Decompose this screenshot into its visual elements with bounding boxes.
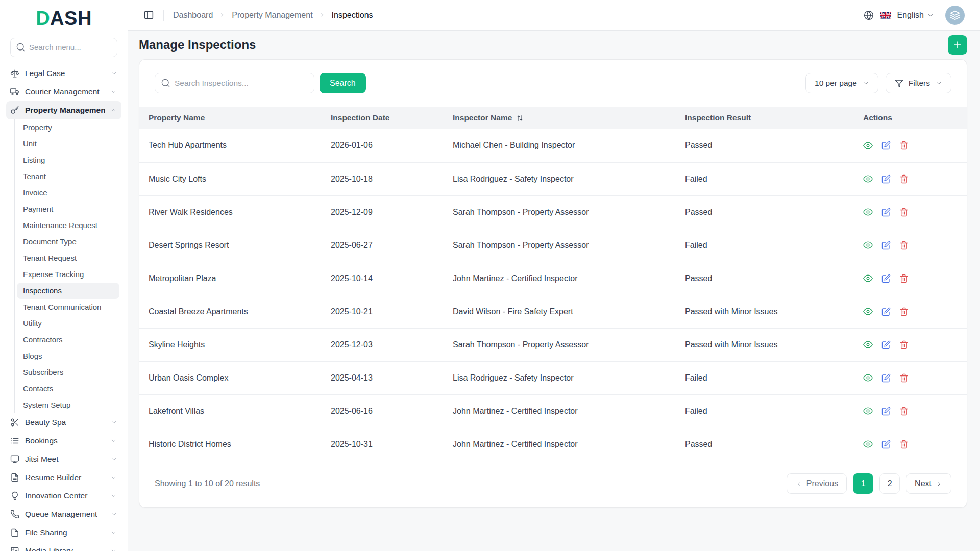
chevron-left-icon xyxy=(795,480,802,487)
edit-button[interactable] xyxy=(881,208,891,217)
delete-button[interactable] xyxy=(899,174,909,184)
next-label: Next xyxy=(915,479,932,488)
sidebar-toggle-icon[interactable] xyxy=(143,10,154,20)
sidebar-subitem-blogs[interactable]: Blogs xyxy=(17,348,119,364)
per-page-select[interactable]: 10 per page xyxy=(805,73,878,93)
sidebar-item-property-management[interactable]: Property Management xyxy=(6,101,121,119)
edit-button[interactable] xyxy=(881,307,891,316)
sidebar-subitem-expense-tracking[interactable]: Expense Tracking xyxy=(17,266,119,283)
next-page-button[interactable]: Next xyxy=(906,473,951,494)
delete-button[interactable] xyxy=(899,373,909,383)
column-header-inspector-name[interactable]: Inspector Name xyxy=(444,107,676,129)
column-header-inspection-result: Inspection Result xyxy=(676,107,854,129)
sidebar-item-media-library[interactable]: Media Library xyxy=(6,542,121,551)
delete-button[interactable] xyxy=(899,307,909,316)
eye-icon xyxy=(863,240,873,250)
view-button[interactable] xyxy=(863,174,873,184)
delete-button[interactable] xyxy=(899,340,909,349)
sidebar-subitem-property[interactable]: Property xyxy=(17,119,119,136)
sidebar-subitem-document-type[interactable]: Document Type xyxy=(17,234,119,250)
view-button[interactable] xyxy=(863,240,873,250)
sidebar-item-queue-management[interactable]: Queue Management xyxy=(6,505,121,523)
page-button-1[interactable]: 1 xyxy=(853,473,873,494)
trash-icon xyxy=(899,407,909,416)
view-button[interactable] xyxy=(863,273,873,283)
column-label: Property Name xyxy=(149,113,205,122)
edit-button[interactable] xyxy=(881,407,891,416)
edit-button[interactable] xyxy=(881,174,891,184)
sidebar-item-label: Queue Management xyxy=(25,510,105,519)
search-button[interactable]: Search xyxy=(320,73,366,93)
page-button-2[interactable]: 2 xyxy=(879,473,900,494)
sidebar-item-jitsi-meet[interactable]: Jitsi Meet xyxy=(6,450,121,468)
chevron-down-icon xyxy=(110,492,117,499)
sidebar-subitem-tenant-communication[interactable]: Tenant Communication xyxy=(17,299,119,315)
eye-icon xyxy=(863,307,873,316)
sidebar-subitem-tenant-request[interactable]: Tenant Request xyxy=(17,250,119,266)
sidebar-subitem-system-setup[interactable]: System Setup xyxy=(17,397,119,413)
sidebar-item-innovation-center[interactable]: Innovation Center xyxy=(6,487,121,505)
view-button[interactable] xyxy=(863,141,873,151)
breadcrumb-dashboard[interactable]: Dashboard xyxy=(173,11,213,20)
edit-button[interactable] xyxy=(881,241,891,250)
topbar-right: English xyxy=(864,6,965,25)
sidebar-search-input[interactable] xyxy=(10,38,117,57)
view-button[interactable] xyxy=(863,307,873,316)
language-selector[interactable]: English xyxy=(897,11,934,20)
view-button[interactable] xyxy=(863,439,873,449)
delete-button[interactable] xyxy=(899,141,909,150)
sidebar-subitem-subscribers[interactable]: Subscribers xyxy=(17,364,119,381)
sidebar-subitem-utility[interactable]: Utility xyxy=(17,315,119,332)
sidebar-subitem-unit[interactable]: Unit xyxy=(17,136,119,152)
chevron-down-icon xyxy=(110,419,117,426)
sidebar-item-file-sharing[interactable]: File Sharing xyxy=(6,523,121,542)
sidebar-item-legal-case[interactable]: Legal Case xyxy=(6,64,121,83)
edit-button[interactable] xyxy=(881,141,891,150)
globe-icon[interactable] xyxy=(864,10,874,20)
delete-button[interactable] xyxy=(899,407,909,416)
sidebar-item-courier-management[interactable]: Courier Management xyxy=(6,83,121,101)
sort-icon[interactable] xyxy=(516,114,524,122)
sidebar-subitem-payment[interactable]: Payment xyxy=(17,201,119,217)
sidebar-item-bookings[interactable]: Bookings xyxy=(6,432,121,450)
sidebar-subitem-inspections[interactable]: Inspections xyxy=(17,283,119,299)
inspection-date-cell: 2025-12-09 xyxy=(322,195,444,229)
previous-page-button[interactable]: Previous xyxy=(787,473,847,494)
sidebar-subitem-maintenance-request[interactable]: Maintenance Request xyxy=(17,217,119,234)
table-row: Metropolitan Plaza2025-10-14John Martine… xyxy=(139,262,967,295)
chevron-down-icon xyxy=(110,547,117,551)
sidebar-subitem-listing[interactable]: Listing xyxy=(17,152,119,168)
view-button[interactable] xyxy=(863,340,873,349)
edit-button[interactable] xyxy=(881,440,891,449)
sidebar-subitem-invoice[interactable]: Invoice xyxy=(17,185,119,201)
sidebar-subitem-contacts[interactable]: Contacts xyxy=(17,381,119,397)
edit-pencil-icon xyxy=(881,141,891,150)
sidebar-item-beauty-spa[interactable]: Beauty Spa xyxy=(6,413,121,432)
chevron-down-icon xyxy=(935,80,942,87)
inspections-search-input[interactable] xyxy=(155,73,314,93)
edit-button[interactable] xyxy=(881,373,891,383)
delete-button[interactable] xyxy=(899,440,909,449)
filters-button[interactable]: Filters xyxy=(886,73,951,93)
view-button[interactable] xyxy=(863,373,873,383)
sidebar-item-resume-builder[interactable]: Resume Builder xyxy=(6,468,121,487)
column-label: Actions xyxy=(863,113,892,122)
delete-button[interactable] xyxy=(899,208,909,217)
breadcrumb-property-management[interactable]: Property Management xyxy=(232,11,312,20)
eye-icon xyxy=(863,439,873,449)
chevron-down-icon xyxy=(110,70,117,77)
delete-button[interactable] xyxy=(899,274,909,283)
view-button[interactable] xyxy=(863,207,873,217)
table-row: Lakefront Villas2025-06-16John Martinez … xyxy=(139,394,967,428)
edit-button[interactable] xyxy=(881,274,891,283)
edit-pencil-icon xyxy=(881,440,891,449)
avatar[interactable] xyxy=(945,6,965,25)
delete-button[interactable] xyxy=(899,241,909,250)
chevron-down-icon xyxy=(110,511,117,518)
inspection-result-cell: Passed xyxy=(676,428,854,461)
edit-button[interactable] xyxy=(881,340,891,349)
view-button[interactable] xyxy=(863,406,873,416)
add-inspection-button[interactable] xyxy=(948,35,967,55)
sidebar-subitem-tenant[interactable]: Tenant xyxy=(17,168,119,185)
sidebar-subitem-contractors[interactable]: Contractors xyxy=(17,332,119,348)
